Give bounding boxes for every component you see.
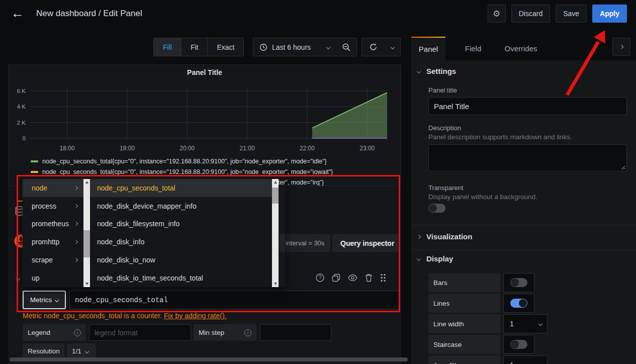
transparent-toggle[interactable]: [428, 204, 445, 213]
refresh-interval-dropdown[interactable]: [385, 38, 401, 56]
description-field-label: Description: [428, 124, 461, 132]
metric-option-node_disk_device_mapper_info[interactable]: node_disk_device_mapper_info: [90, 197, 272, 215]
display-row-label-area-fill: Area fill: [428, 355, 500, 364]
chevron-right-icon: [74, 222, 78, 226]
chevron-down-icon: [55, 298, 59, 302]
duplicate-icon[interactable]: [332, 274, 340, 282]
metric-group-node[interactable]: node: [23, 179, 83, 197]
metrics-dropdown-button[interactable]: Metrics: [23, 291, 66, 309]
info-icon: i: [74, 329, 81, 336]
svg-text:?: ?: [319, 275, 322, 281]
apply-button[interactable]: Apply: [592, 5, 627, 23]
eye-icon[interactable]: [348, 274, 357, 282]
panel-settings-gear-button[interactable]: ⚙: [488, 5, 506, 23]
panel-title-field-label: Panel title: [428, 86, 457, 94]
tab-field[interactable]: Field: [456, 37, 491, 60]
metrics-button-label: Metrics: [30, 296, 52, 304]
legend-format-label: Legendi: [23, 324, 86, 341]
legend-label[interactable]: node_cpu_seconds_total{cpu="0", instance…: [42, 158, 327, 165]
area-fill-select[interactable]: 1: [503, 355, 548, 364]
chevron-down-icon: [417, 256, 421, 260]
legend-swatch[interactable]: [31, 171, 38, 173]
y-tick-label: 0: [23, 135, 26, 141]
display-section-header[interactable]: Display: [417, 254, 453, 263]
collapse-query-chevron-icon[interactable]: [16, 277, 20, 281]
group-list-scrollbar[interactable]: [83, 179, 90, 287]
metric-group-scrape[interactable]: scrape: [23, 251, 83, 269]
time-series-chart[interactable]: 02 K4 K6 K18:0019:0020:0021:0022:0023:00: [13, 82, 398, 157]
size-mode-exact[interactable]: Exact: [208, 38, 243, 56]
chevron-right-icon: [619, 45, 623, 49]
section-divider: [411, 225, 636, 225]
panel-title: Panel Title: [9, 68, 401, 76]
settings-section-header[interactable]: Settings: [417, 67, 456, 75]
drag-handle-icon[interactable]: [380, 274, 386, 282]
metric-option-list: node_cpu_seconds_totalnode_disk_device_m…: [90, 179, 272, 287]
metric-option-node_disk_info[interactable]: node_disk_info: [90, 233, 272, 251]
metric-option-node_disk_io_time_seconds_total[interactable]: node_disk_io_time_seconds_total: [90, 269, 272, 287]
scroll-down-arrow[interactable]: [272, 281, 279, 287]
resolution-select[interactable]: 1/1: [67, 343, 96, 359]
x-tick-label: 20:00: [179, 145, 195, 152]
resize-handle-icon[interactable]: [621, 165, 625, 170]
tab-panel[interactable]: Panel: [411, 37, 445, 60]
metric-group-up[interactable]: up: [23, 269, 83, 287]
time-range-label: Last 6 hours: [272, 43, 311, 51]
query-inspector-button[interactable]: Query inspector: [332, 234, 400, 252]
y-tick-label: 2 K: [17, 120, 26, 126]
metric-option-node_disk_io_now[interactable]: node_disk_io_now: [90, 251, 272, 269]
line-width-select[interactable]: 1: [503, 314, 548, 333]
back-arrow-icon[interactable]: ←: [11, 6, 24, 21]
metric-group-promhttp[interactable]: promhttp: [23, 233, 83, 251]
description-textarea[interactable]: [428, 144, 627, 171]
bars-toggle[interactable]: [510, 278, 527, 287]
metric-typeahead-dropdown: nodeprocessprometheuspromhttpscrapeup no…: [23, 179, 285, 287]
y-tick-label: 4 K: [17, 104, 26, 110]
x-tick-label: 21:00: [240, 145, 255, 152]
legend-format-input[interactable]: [89, 324, 191, 341]
help-icon[interactable]: ?: [316, 274, 324, 282]
bars-toggle-box: [503, 273, 534, 292]
chevron-right-icon: [74, 258, 78, 262]
panel-title-input[interactable]: [428, 97, 627, 115]
scroll-up-arrow[interactable]: [272, 179, 279, 186]
scroll-up-arrow[interactable]: [83, 179, 90, 186]
time-range-picker[interactable]: Last 6 hours: [253, 38, 336, 56]
chevron-right-icon: [74, 204, 78, 208]
tab-overrides[interactable]: Overrides: [496, 37, 546, 60]
metric-group-process[interactable]: process: [23, 197, 83, 215]
chevron-down-icon: [85, 349, 89, 353]
metric-group-prometheus[interactable]: prometheus: [23, 215, 83, 233]
scroll-down-arrow[interactable]: [83, 281, 90, 287]
visualization-section-header[interactable]: Visualization: [417, 232, 472, 241]
chevron-right-icon: [74, 240, 78, 244]
promql-query-input[interactable]: [69, 291, 399, 309]
x-tick-label: 18:00: [60, 145, 75, 152]
fix-by-adding-rate-link[interactable]: Fix by adding rate().: [164, 312, 227, 320]
zoom-out-button[interactable]: [336, 38, 357, 56]
legend-item[interactable]: node_cpu_seconds_total{cpu="0", instance…: [31, 168, 333, 175]
lines-toggle-box: [503, 294, 534, 313]
horizontal-scrollbar[interactable]: [10, 357, 408, 361]
refresh-button[interactable]: [361, 38, 385, 56]
metric-option-node_disk_filesystem_info[interactable]: node_disk_filesystem_info: [90, 215, 272, 233]
legend-label[interactable]: node_cpu_seconds_total{cpu="0", instance…: [42, 168, 333, 175]
trash-icon[interactable]: [365, 274, 373, 282]
legend-swatch[interactable]: [31, 160, 38, 162]
staircase-toggle[interactable]: [510, 340, 527, 349]
size-mode-fit[interactable]: Fit: [181, 38, 208, 56]
info-icon: i: [244, 329, 251, 336]
metric-list-scrollbar[interactable]: [272, 179, 279, 287]
metric-option-node_cpu_seconds_total[interactable]: node_cpu_seconds_total: [90, 179, 272, 197]
lines-toggle[interactable]: [510, 299, 527, 308]
legend-item[interactable]: node_cpu_seconds_total{cpu="0", instance…: [31, 158, 327, 165]
options-sidebar: Panel Field Overrides Settings Panel tit…: [411, 30, 636, 364]
refresh-icon: [369, 43, 378, 51]
save-button[interactable]: Save: [556, 5, 587, 23]
min-step-input[interactable]: [260, 324, 331, 341]
gear-icon: ⚙: [493, 9, 500, 19]
chevron-right-icon: [74, 186, 78, 190]
size-mode-fill[interactable]: Fill: [154, 38, 181, 56]
discard-button[interactable]: Discard: [511, 5, 550, 23]
collapse-sidebar-button[interactable]: [612, 38, 630, 56]
